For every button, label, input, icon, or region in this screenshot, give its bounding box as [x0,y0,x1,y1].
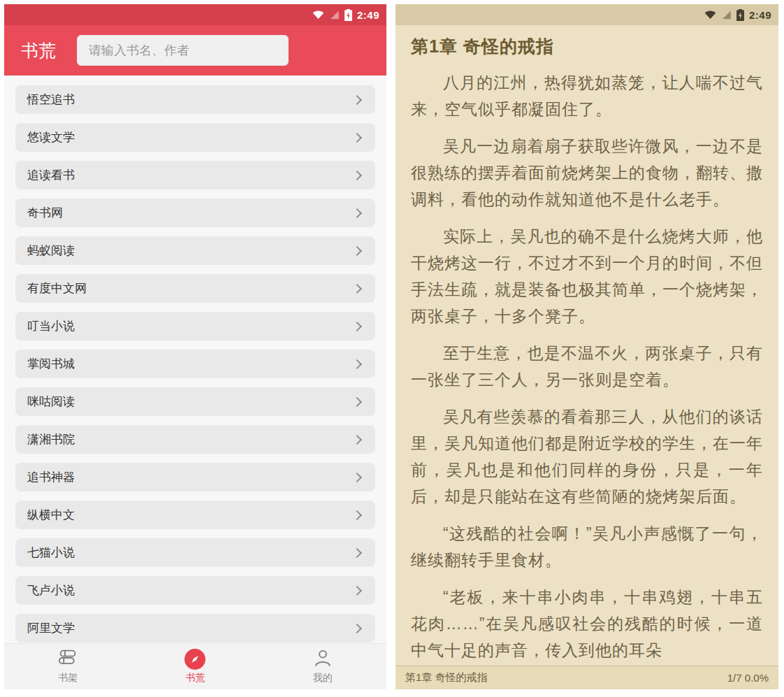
right-screen-reader: 2:49 第1章 奇怪的戒指 八月的江州，热得犹如蒸笼，让人喘不过气来，空气似乎… [395,4,778,689]
stage: 2:49 书荒 悟空追书 悠读文学 追读看书 奇书网 蚂蚁阅读 有度中文网 叮当… [0,0,784,697]
source-row-qimaoxiaoshuo[interactable]: 七猫小说 [15,538,375,567]
tab-label-mine: 我的 [313,672,333,684]
paragraph: 至于生意，也是不温不火，两张桌子，只有一张坐了三个人，另一张则是空着。 [411,340,763,393]
source-label: 悠读文学 [27,129,75,145]
footer-chapter-name: 第1章 奇怪的戒指 [405,671,488,684]
source-row-zhangyueshucheng[interactable]: 掌阅书城 [15,350,375,378]
source-label: 追读看书 [27,167,75,183]
chevron-right-icon [352,283,362,293]
tab-mine[interactable]: 我的 [259,649,386,684]
chevron-right-icon [352,132,362,142]
no-signal-icon [329,10,340,20]
source-row-dingdangxiaoshuo[interactable]: 叮当小说 [15,312,375,340]
tab-label-discover: 书荒 [185,672,205,684]
source-label: 奇书网 [27,205,63,221]
paragraph: “老板，来十串小肉串，十串鸡翅，十串五花肉……”在吴凡感叹社会的残酷的时候，一道… [411,584,763,663]
footer-progress: 1/7 0.0% [727,672,769,684]
source-label: 潇湘书院 [27,431,75,447]
reader-footer-bar: 第1章 奇怪的戒指 1/7 0.0% [395,666,778,689]
wifi-icon [312,10,324,20]
tab-bookshelf[interactable]: 书架 [4,649,131,684]
source-label: 七猫小说 [27,545,75,561]
source-label: 掌阅书城 [27,356,75,372]
battery-charging-icon [736,9,744,21]
source-label: 咪咕阅读 [27,394,75,410]
source-label: 追书神器 [27,469,75,485]
paragraph: “这残酷的社会啊！”吴凡小声感慨了一句，继续翻转手里食材。 [411,520,763,573]
source-row-xiaoxiangshuyuan[interactable]: 潇湘书院 [15,425,375,454]
app-header: 书荒 [4,25,386,76]
chevron-right-icon [352,472,362,482]
app-title: 书荒 [21,39,56,62]
chevron-right-icon [352,585,362,595]
source-row-feiluxiaoshuo[interactable]: 飞卢小说 [15,576,375,605]
battery-charging-icon [344,9,352,21]
source-row-aliwenxue[interactable]: 阿里文学 [15,614,375,642]
chevron-right-icon [352,359,362,368]
bookshelf-icon [57,649,78,670]
compass-icon [184,649,205,670]
chevron-right-icon [352,94,362,104]
paragraph: 吴凡一边扇着扇子获取些许微风，一边不是很熟练的摆弄着面前烧烤架上的食物，翻转、撒… [411,133,763,213]
source-row-zhuidukanshu[interactable]: 追读看书 [15,161,375,189]
person-icon [313,649,333,670]
source-row-mayiyuedu[interactable]: 蚂蚁阅读 [15,236,375,265]
paragraph: 八月的江州，热得犹如蒸笼，让人喘不过气来，空气似乎都凝固住了。 [411,69,763,122]
chevron-right-icon [352,321,362,331]
chevron-right-icon [352,623,362,633]
paragraph: 实际上，吴凡也的确不是什么烧烤大师，他干烧烤这一行，不过才不到一个月的时间，不但… [411,223,763,329]
chevron-right-icon [352,396,362,406]
reader-status-bar: 2:49 [395,4,778,25]
tab-label-bookshelf: 书架 [58,672,78,684]
chevron-right-icon [352,208,362,217]
wifi-icon [704,10,716,20]
source-label: 飞卢小说 [27,582,75,598]
source-label: 叮当小说 [27,318,75,334]
source-row-qishuwang[interactable]: 奇书网 [15,199,375,227]
bottom-tab-bar: 书架 书荒 我的 [4,643,386,689]
source-row-miguyuedu[interactable]: 咪咕阅读 [15,387,375,416]
left-screen-book-app: 2:49 书荒 悟空追书 悠读文学 追读看书 奇书网 蚂蚁阅读 有度中文网 叮当… [4,4,386,689]
search-input[interactable] [77,35,289,66]
chapter-title: 第1章 奇怪的戒指 [411,35,763,58]
source-label: 有度中文网 [27,280,87,296]
chevron-right-icon [352,245,362,255]
left-status-bar: 2:49 [4,4,386,25]
paragraph: 吴凡有些羡慕的看着那三人，从他们的谈话里，吴凡知道他们都是附近学校的学生，在一年… [411,403,763,510]
no-signal-icon [721,10,732,20]
book-source-list: 悟空追书 悠读文学 追读看书 奇书网 蚂蚁阅读 有度中文网 叮当小说 掌阅书城 … [4,76,386,643]
clock-text: 2:49 [749,9,771,21]
source-label: 纵横中文 [27,507,75,523]
source-row-youduwenxue[interactable]: 悠读文学 [15,123,375,152]
source-label: 阿里文学 [27,620,75,636]
source-label: 悟空追书 [27,92,75,108]
clock-text: 2:49 [357,9,379,21]
chevron-right-icon [352,434,362,444]
source-row-zhuishushenqi[interactable]: 追书神器 [15,463,375,491]
chevron-right-icon [352,547,362,557]
chevron-right-icon [352,510,362,519]
tab-discover-active[interactable]: 书荒 [131,649,259,684]
source-row-zonghengzhongwen[interactable]: 纵横中文 [15,501,375,529]
source-row-wukongzhuishu[interactable]: 悟空追书 [15,85,375,114]
source-label: 蚂蚁阅读 [27,243,75,259]
source-row-youduzhongwenwang[interactable]: 有度中文网 [15,274,375,303]
reader-page[interactable]: 第1章 奇怪的戒指 八月的江州，热得犹如蒸笼，让人喘不过气来，空气似乎都凝固住了… [395,25,778,666]
chevron-right-icon [352,170,362,180]
